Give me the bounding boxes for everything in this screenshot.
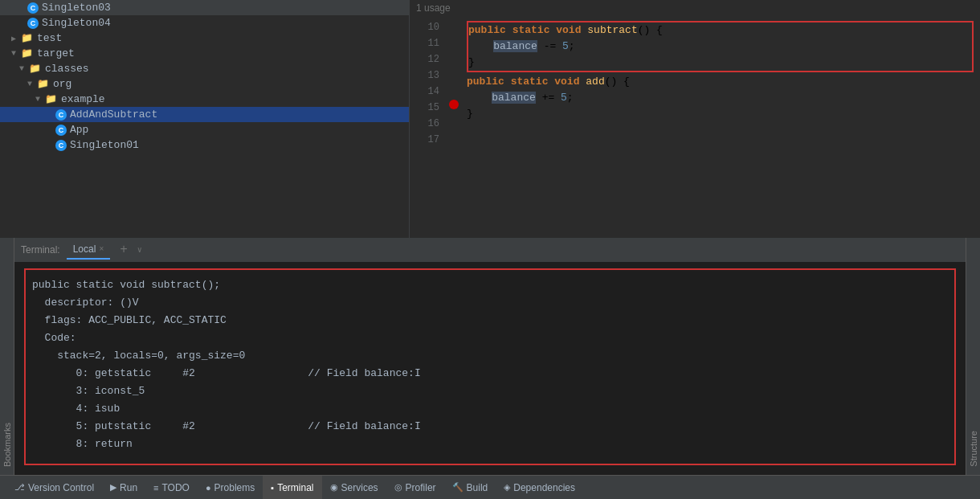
toolbar-item-dependencies[interactable]: ◈ Dependencies [496, 476, 583, 499]
terminal-line: stack=2, locals=0, args_size=0 [32, 347, 948, 365]
toolbar-item-todo[interactable]: ≡ TODO [145, 476, 198, 499]
code-line: } [467, 106, 974, 122]
folder-arrow: ▶ [8, 34, 19, 43]
code-line: } [468, 55, 972, 71]
tree-item-singleton04[interactable]: C Singleton04 [0, 15, 409, 31]
gutter-cell [446, 112, 460, 129]
folder-icon: 📁 [35, 78, 50, 90]
code-editor: 1 usage 1011121314151617 public static v… [410, 0, 980, 238]
terminal-tab-local[interactable]: Local × [67, 240, 111, 260]
toolbar-item-label: Build [467, 482, 488, 493]
line-numbers: 1011121314151617 [410, 16, 446, 238]
highlighted-code-block: public static void subtract() { balance … [467, 21, 974, 72]
folder-icon: 📁 [27, 63, 42, 75]
toolbar-icon: ◎ [394, 482, 402, 493]
folder-icon: 📁 [43, 93, 58, 105]
structure-bar: Structure [966, 238, 980, 476]
toolbar-icon: ◉ [330, 482, 338, 493]
terminal-border: public static void subtract(); descripto… [24, 268, 956, 466]
tree-item-label: App [70, 124, 88, 136]
toolbar-item-label: Dependencies [513, 482, 575, 493]
toolbar-item-profiler[interactable]: ◎ Profiler [386, 476, 444, 499]
tree-item-label: Singleton03 [42, 2, 111, 14]
tree-item-singleton01[interactable]: C Singleton01 [0, 137, 409, 153]
folder-arrow: ▼ [16, 64, 27, 73]
tree-item-label: AddAndSubtract [70, 108, 157, 121]
gutter-cell [446, 129, 460, 145]
line-number: 12 [410, 51, 439, 67]
tree-item-label: org [53, 78, 71, 90]
gutter-cell [446, 64, 460, 80]
terminal-body: public static void subtract(); descripto… [14, 262, 966, 476]
terminal-line: public static void subtract(); [32, 276, 948, 294]
class-icon: C [55, 140, 67, 151]
folder-arrow: ▼ [24, 80, 35, 88]
code-line: public static void add() { [467, 74, 974, 90]
terminal-tab-close[interactable]: × [99, 244, 104, 253]
breakpoint-icon [449, 100, 459, 109]
gutter-cell [446, 96, 460, 112]
toolbar-item-version-control[interactable]: ⎇ Version Control [6, 476, 102, 499]
line-number: 17 [410, 132, 439, 148]
code-lines[interactable]: public static void subtract() { balance … [460, 16, 980, 238]
tree-item-classes[interactable]: ▼📁 classes [0, 61, 409, 76]
terminal-dropdown[interactable]: ∨ [137, 245, 142, 255]
terminal-tabs: Terminal: Local × + ∨ [14, 238, 966, 262]
tree-item-label: Singleton04 [42, 17, 111, 29]
structure-label: Structure [969, 431, 978, 467]
line-number: 13 [410, 67, 439, 84]
terminal-line: 8: return [32, 436, 948, 453]
tree-item-singleton03[interactable]: C Singleton03 [0, 0, 409, 15]
terminal-tab-local-label: Local [73, 243, 96, 255]
terminal-line: 4: isub [32, 400, 948, 418]
toolbar-item-label: TODO [161, 482, 189, 493]
tree-item-example[interactable]: ▼📁 example [0, 92, 409, 107]
tree-item-label: test [37, 32, 62, 44]
file-tree: C Singleton03 C Singleton04▶📁 test▼📁 tar… [0, 0, 410, 238]
gutter [446, 16, 460, 238]
tree-item-app[interactable]: C App [0, 122, 409, 137]
folder-arrow: ▼ [32, 95, 43, 104]
terminal-line: 0: getstatic #2 // Field balance:I [32, 365, 948, 382]
toolbar-icon: ≡ [153, 483, 158, 493]
class-icon: C [27, 18, 39, 29]
class-icon: C [55, 125, 67, 136]
toolbar-item-label: Problems [214, 482, 255, 493]
tree-item-target[interactable]: ▼📁 target [0, 46, 409, 61]
class-icon: C [55, 109, 67, 121]
toolbar-icon: ◈ [504, 482, 510, 493]
toolbar-icon: ▪ [271, 483, 274, 493]
toolbar-item-terminal[interactable]: ▪ Terminal [263, 476, 321, 499]
gutter-cell [446, 16, 460, 32]
tree-item-org[interactable]: ▼📁 org [0, 76, 409, 92]
gutter-cell [446, 48, 460, 64]
code-line: public static void subtract() { [468, 22, 972, 39]
toolbar-icon: ⎇ [14, 482, 25, 493]
toolbar-item-build[interactable]: 🔨 Build [444, 476, 496, 499]
toolbar-item-services[interactable]: ◉ Services [322, 476, 386, 499]
line-number: 16 [410, 116, 439, 132]
terminal-line: descriptor: ()V [32, 294, 948, 312]
tree-item-label: classes [45, 63, 89, 75]
toolbar-item-label: Run [120, 482, 137, 493]
terminal-line: flags: ACC_PUBLIC, ACC_STATIC [32, 312, 948, 329]
line-number: 15 [410, 100, 439, 116]
bookmarks-bar: Bookmarks [0, 238, 14, 476]
terminal-add-tab[interactable]: + [116, 243, 131, 257]
folder-icon: 📁 [19, 47, 34, 59]
toolbar-icon: ▶ [110, 482, 116, 493]
code-line: balance -= 5; [468, 39, 972, 55]
line-number: 11 [410, 35, 439, 51]
gutter-cell [446, 32, 460, 48]
toolbar-item-label: Terminal [277, 482, 313, 493]
tree-item-label: example [61, 93, 105, 105]
terminal-label: Terminal: [21, 244, 60, 256]
tree-item-test[interactable]: ▶📁 test [0, 31, 409, 46]
gutter-cell [446, 80, 460, 96]
toolbar-item-problems[interactable]: ● Problems [198, 476, 263, 499]
bottom-toolbar: ⎇ Version Control▶ Run≡ TODO● Problems▪ … [0, 475, 980, 499]
terminal-line: 3: iconst_5 [32, 382, 948, 400]
toolbar-item-run[interactable]: ▶ Run [102, 476, 145, 499]
terminal-line: 5: putstatic #2 // Field balance:I [32, 418, 948, 436]
tree-item-addandsubtract[interactable]: C AddAndSubtract [0, 107, 409, 122]
